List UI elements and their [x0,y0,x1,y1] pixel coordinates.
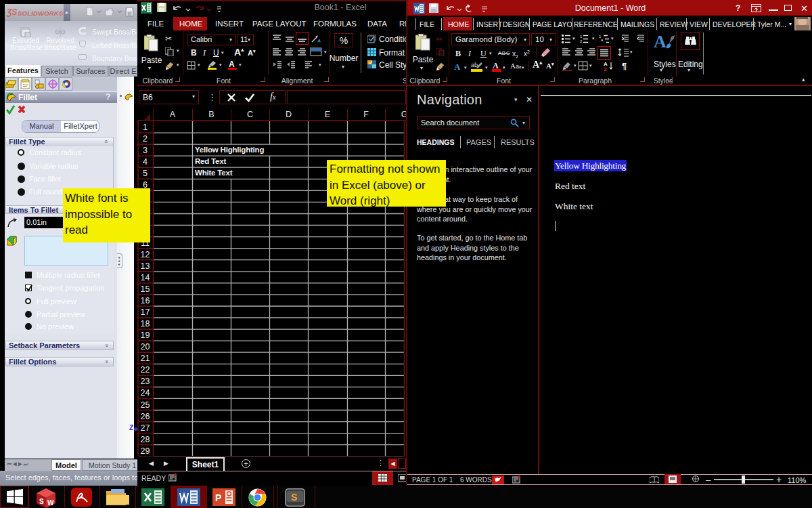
svg-text:25: 25 [141,400,150,410]
svg-text:19: 19 [141,331,150,340]
svg-text:24: 24 [141,388,150,398]
svg-text:17: 17 [141,308,150,317]
svg-text:2: 2 [143,134,148,144]
svg-text:28: 28 [141,435,150,444]
svg-text:3: 3 [143,146,148,155]
svg-text:18: 18 [141,319,150,329]
svg-text:1: 1 [143,123,148,132]
svg-text:15: 15 [141,284,150,294]
svg-text:a: a [601,38,604,42]
svg-text:2: 2 [580,39,583,43]
svg-text:12: 12 [141,250,150,259]
svg-text:20: 20 [141,342,150,352]
svg-text:1: 1 [580,35,583,39]
svg-text:16: 16 [141,296,150,305]
svg-text:29: 29 [141,446,150,456]
svg-text:26: 26 [141,412,150,421]
svg-text:21: 21 [141,354,150,363]
svg-text:W: W [47,499,54,507]
svg-text:22: 22 [141,365,150,375]
svg-text:5: 5 [143,169,148,178]
svg-text:S: S [291,492,297,503]
svg-text:S: S [39,498,44,505]
svg-text:13: 13 [141,261,150,271]
svg-text:27: 27 [141,423,150,433]
svg-text:23: 23 [141,377,150,386]
svg-text:4: 4 [143,157,148,167]
svg-text:14: 14 [141,273,150,282]
svg-text:Z: Z [604,66,607,71]
svg-text:P: P [215,492,221,503]
